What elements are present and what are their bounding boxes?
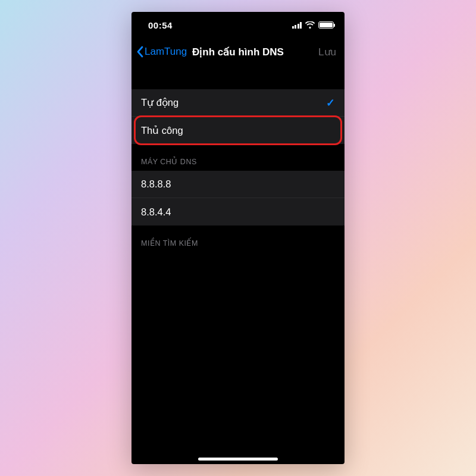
- spacer: [131, 65, 345, 89]
- status-bar: 00:54: [131, 12, 345, 38]
- page-title: Định cấu hình DNS: [192, 46, 284, 58]
- cell-label: Tự động: [141, 97, 178, 108]
- dns-mode-group: Tự động ✓ Thủ công: [131, 89, 345, 144]
- dns-mode-manual[interactable]: Thủ công: [131, 117, 345, 144]
- status-icons: [292, 21, 334, 29]
- back-label: LamTung: [145, 46, 187, 58]
- phone-screen: 00:54 LamTung Định cấu hình DNS Lưu Tự đ…: [131, 12, 345, 464]
- checkmark-icon: ✓: [326, 96, 335, 109]
- home-indicator[interactable]: [198, 458, 278, 461]
- dns-servers-group: 8.8.8.8 8.8.4.4: [131, 171, 345, 226]
- dns-server-row[interactable]: 8.8.4.4: [131, 198, 345, 226]
- save-button[interactable]: Lưu: [318, 46, 336, 58]
- wifi-icon: [305, 21, 315, 29]
- search-domains-header: MIỀN TÌM KIẾM: [131, 226, 345, 252]
- dns-servers-header: MÁY CHỦ DNS: [131, 144, 345, 171]
- dns-server-value: 8.8.4.4: [141, 206, 171, 218]
- dns-server-row[interactable]: 8.8.8.8: [131, 171, 345, 198]
- cell-label: Thủ công: [141, 125, 183, 136]
- cellular-signal-icon: [292, 22, 302, 29]
- navigation-bar: LamTung Định cấu hình DNS Lưu: [131, 38, 345, 65]
- battery-icon: [318, 21, 334, 29]
- dns-server-value: 8.8.8.8: [141, 178, 171, 190]
- status-time: 00:54: [148, 20, 173, 30]
- chevron-left-icon: [136, 46, 143, 58]
- back-button[interactable]: LamTung: [136, 46, 187, 58]
- dns-mode-auto[interactable]: Tự động ✓: [131, 89, 345, 117]
